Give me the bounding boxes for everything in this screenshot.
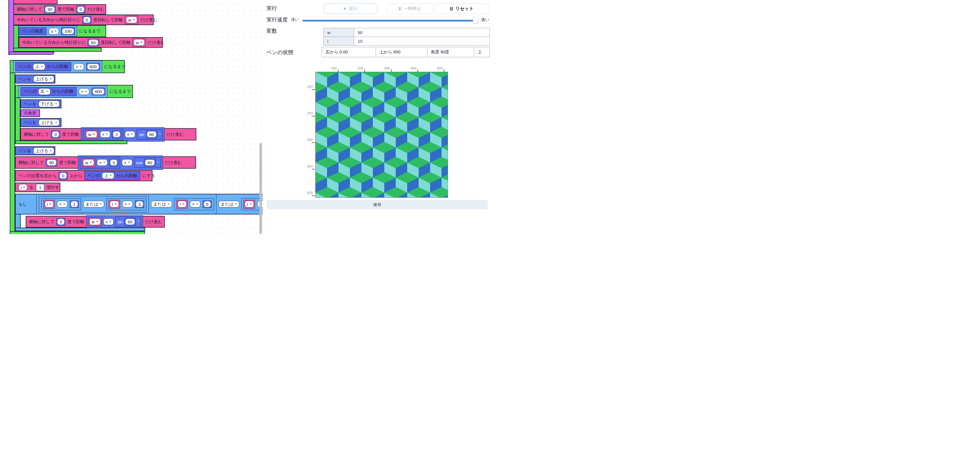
repeat-until-block[interactable]: ペンの角度 ≥ 330 になるまで <box>13 25 106 37</box>
pen-distance-reporter[interactable]: ペンの 上 からの距離 <box>84 171 140 180</box>
variable-dropdown[interactable]: w <box>86 131 97 138</box>
comparison-block[interactable]: i = 3 <box>107 198 146 210</box>
reset-button[interactable]: リセット <box>435 3 489 14</box>
math-block-outer[interactable]: w × 3 × cos 60 ° <box>78 156 163 170</box>
side-dropdown[interactable]: 上 <box>33 64 45 70</box>
x-field[interactable]: 0 <box>60 173 67 178</box>
block-partial-top[interactable] <box>13 0 57 4</box>
pen-distance-reporter[interactable]: ペンの 上 からの距離 <box>15 62 71 71</box>
limit-field[interactable]: 600 <box>88 64 99 70</box>
math-block-outer[interactable]: w × sin 60 ° <box>86 215 143 228</box>
math-block-outer[interactable]: w × 2 × sin 60 ° <box>81 127 165 142</box>
operator-dropdown[interactable]: > <box>79 88 89 95</box>
variable-dropdown[interactable]: i <box>178 201 186 207</box>
variable-value[interactable]: 10 <box>354 37 490 46</box>
workspace-scrollbar[interactable] <box>259 143 262 234</box>
angle-field[interactable]: 90 <box>47 160 56 165</box>
pen-up-block[interactable]: ペンを 上げる <box>15 146 55 155</box>
repeat-until-bottom[interactable] <box>13 48 102 52</box>
value-field[interactable]: 5 <box>204 201 211 207</box>
pen-state-dropdown[interactable]: 下げる <box>38 100 59 107</box>
variable-dropdown[interactable]: i <box>45 201 54 207</box>
pen-up-block[interactable]: ペンを 上げる <box>15 75 55 83</box>
comparison-block[interactable]: ペンの角度 ≥ 330 <box>17 26 77 37</box>
repeat-until3-head[interactable]: ペンの 左 からの距離 > 600 になるまで <box>15 85 133 98</box>
variable-dropdown[interactable]: i <box>18 184 27 191</box>
variable-dropdown[interactable]: w <box>83 159 94 166</box>
save-button[interactable]: 保存 <box>267 200 488 209</box>
repeat-until3-bottom[interactable] <box>15 140 127 144</box>
variable-dropdown[interactable]: w <box>134 39 145 46</box>
hexagon-procedure-call[interactable]: 六角形 <box>21 110 40 117</box>
math-block-inner[interactable]: w × 2 <box>83 129 123 140</box>
block-move-w2-sin60[interactable]: 横軸に対して 0 度で距離 w × 2 × sin 60 ° だけ進む <box>21 128 196 140</box>
trig-block[interactable]: sin 60 ° <box>115 216 141 227</box>
pen-angle-reporter[interactable]: ペンの角度 <box>19 27 46 35</box>
repeat-until2-bottom[interactable] <box>10 231 145 234</box>
operator-dropdown[interactable]: = <box>123 201 133 207</box>
comparison-block[interactable]: ペンの 上 からの距離 > 600 <box>13 60 102 73</box>
side-dropdown[interactable]: 左 <box>38 88 51 95</box>
if-block-bottom[interactable] <box>15 228 145 231</box>
operator-dropdown[interactable]: > <box>73 64 84 70</box>
operator-dropdown[interactable]: × <box>97 159 108 166</box>
trig-block[interactable]: sin 60 ° <box>137 129 162 140</box>
trig-angle-field[interactable]: 60 <box>145 160 154 165</box>
operator-dropdown[interactable]: × <box>103 218 114 225</box>
block-workspace[interactable]: 横軸に対して 30 度で距離 0 だけ進む 今向いている方向から時計回りに 0 … <box>0 0 262 234</box>
or-dropdown[interactable]: または <box>218 201 239 207</box>
value-field[interactable]: 1 <box>71 201 78 207</box>
rotate-field[interactable]: 0 <box>83 17 90 22</box>
variable-dropdown[interactable]: i <box>245 201 254 207</box>
or-dropdown[interactable]: または <box>151 201 172 207</box>
trig-block[interactable]: cos 60 ° <box>134 158 161 168</box>
limit-field[interactable]: 330 <box>62 29 74 34</box>
run-button[interactable]: 実行 <box>324 3 378 14</box>
operator-dropdown[interactable]: ≥ <box>49 28 59 35</box>
variable-dropdown[interactable]: i <box>110 201 119 207</box>
step-field[interactable]: 1 <box>37 185 44 190</box>
pen-state-dropdown[interactable]: 上げる <box>38 119 59 126</box>
factor-field[interactable]: 3 <box>110 160 117 165</box>
block-move-w3-cos60[interactable]: 横軸に対して 90 度で距離 w × 3 × cos 60 ° だけ進む <box>15 156 196 169</box>
pen-down-block[interactable]: ペンを 下げる <box>21 99 62 108</box>
side-dropdown[interactable]: 上 <box>102 172 114 179</box>
wrapper-block-bottom[interactable] <box>8 52 54 55</box>
angle-field[interactable]: 30 <box>45 7 54 12</box>
operator-dropdown[interactable]: × <box>100 131 111 138</box>
factor-field[interactable]: 2 <box>113 132 120 137</box>
comparison-block[interactable]: i = 1 <box>41 198 81 210</box>
block-move-angle-30[interactable]: 横軸に対して 30 度で距離 0 だけ進む <box>13 4 106 14</box>
pen-distance-reporter[interactable]: ペンの 左 からの距離 <box>21 87 76 96</box>
angle-field[interactable]: 0 <box>52 132 59 137</box>
math-block-inner[interactable]: w × 3 <box>80 157 120 169</box>
variable-value[interactable]: 50 <box>354 28 490 37</box>
set-pen-position-block[interactable]: ペンの位置を左から 0 上から ペンの 上 からの距離 にする <box>15 170 153 181</box>
limit-field[interactable]: 600 <box>93 89 104 94</box>
operator-dropdown[interactable]: = <box>190 201 200 207</box>
repeat-until2-head[interactable]: ペンの 上 からの距離 > 600 になるまで <box>10 60 125 73</box>
or-block-outer[interactable]: i = 1 または i = 3 または i = 5 <box>36 194 216 215</box>
pen-state-dropdown[interactable]: 上げる <box>33 76 54 82</box>
variable-dropdown[interactable]: w <box>126 16 137 23</box>
block-rotate-60-move-w[interactable]: 今向いている方向から時計回りに 60 度回転して距離 w だけ進む <box>19 37 163 48</box>
variable-dropdown[interactable]: w <box>89 218 100 225</box>
increment-variable-block[interactable]: i を 1 増やす <box>15 183 60 192</box>
block-rotate-0-move-w[interactable]: 今向いている方向から時計回りに 0 度回転して距離 w だけ進む <box>13 14 154 25</box>
trig-angle-field[interactable]: 60 <box>147 132 156 137</box>
operator-dropdown[interactable]: = <box>57 201 68 207</box>
comparison-block[interactable]: i = 5 <box>174 198 214 210</box>
pen-up-block[interactable]: ペンを 上げる <box>21 118 62 127</box>
pause-button[interactable]: 一時停止 <box>387 3 434 14</box>
angle-field[interactable]: 0 <box>57 219 64 224</box>
if-block-head[interactable]: もし i = 1 または i = 3 または <box>15 194 262 215</box>
comparison-block[interactable]: ペンの 左 からの距離 > 600 <box>18 86 108 98</box>
trig-angle-field[interactable]: 60 <box>126 219 135 224</box>
repeat-until2-strip[interactable] <box>10 60 15 234</box>
value-field[interactable]: 3 <box>136 201 143 207</box>
distance-field[interactable]: 0 <box>77 7 84 12</box>
block-move-w-sin60[interactable]: 横軸に対して 0 度で距離 w × sin 60 ° だけ進む <box>26 216 165 228</box>
speed-slider-track[interactable] <box>302 20 475 22</box>
or-block-inner[interactable]: i = 1 または i = 3 <box>39 196 149 212</box>
operator-dropdown[interactable]: × <box>122 159 132 166</box>
